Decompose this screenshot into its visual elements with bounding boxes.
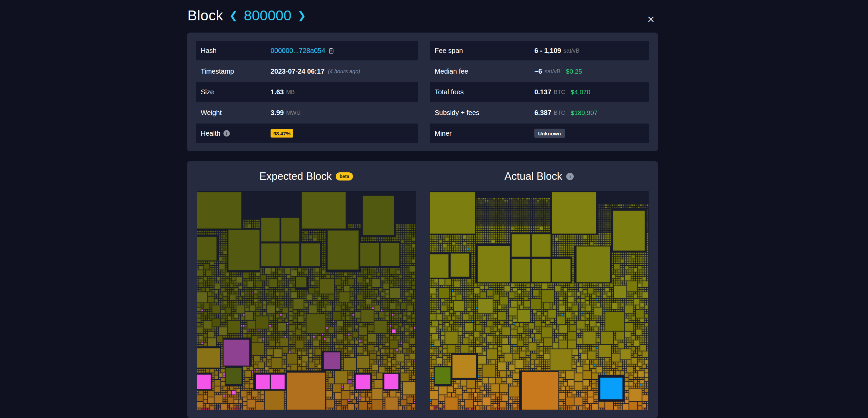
median-fee-label: Median fee <box>435 68 468 75</box>
details-table-left: Hash 000000...728a054 Timestamp 2023-07-… <box>196 41 418 144</box>
health-label: Health <box>201 130 220 137</box>
miner-label: Miner <box>435 130 452 137</box>
weight-value: 3.99 <box>271 109 284 117</box>
block-title: Block <box>188 7 223 24</box>
table-row: Miner Unknown <box>430 124 649 143</box>
table-row: Weight 3.99 MWU <box>196 103 418 122</box>
table-row: Timestamp 2023-07-24 06:17 (4 hours ago) <box>196 61 418 81</box>
subsidy-fees-value: 6.387 <box>534 109 551 117</box>
timestamp-relative: (4 hours ago) <box>328 68 360 74</box>
timestamp-value: 2023-07-24 06:17 <box>271 68 324 75</box>
size-value: 1.63 <box>271 88 284 96</box>
weight-unit: MWU <box>286 109 300 116</box>
total-fees-label: Total fees <box>435 88 464 96</box>
subsidy-fees-label: Subsidy + fees <box>435 109 479 117</box>
table-row: Health i 98.47% <box>196 124 418 143</box>
copy-icon[interactable] <box>329 48 334 54</box>
subsidy-fees-unit: BTC <box>554 109 565 116</box>
close-icon[interactable]: ✕ <box>647 15 655 24</box>
median-fee-usd: $0.25 <box>566 68 582 75</box>
actual-block-title: Actual Block <box>505 170 563 183</box>
total-fees-unit: BTC <box>554 89 565 95</box>
fee-span-unit: sat/vB <box>564 47 579 54</box>
median-fee-value: ~6 <box>534 68 542 75</box>
table-row: Fee span 6 - 1,109 sat/vB <box>430 41 649 60</box>
hash-label: Hash <box>201 47 217 55</box>
expected-block-title: Expected Block <box>259 170 332 183</box>
table-row: Size 1.63 MB <box>196 82 418 102</box>
beta-badge: beta <box>336 172 353 180</box>
total-fees-value: 0.137 <box>534 88 551 96</box>
miner-badge[interactable]: Unknown <box>534 129 565 138</box>
total-fees-usd: $4,070 <box>571 88 590 96</box>
fee-span-label: Fee span <box>435 47 463 55</box>
page-title: Block ❮ 800000 ❯ <box>188 7 307 24</box>
health-badge: 98.47% <box>271 129 293 138</box>
block-page: Block ❮ 800000 ❯ ✕ Hash 000000...728a054… <box>0 0 868 418</box>
subsidy-fees-usd: $189,907 <box>571 109 597 116</box>
actual-block-info-icon[interactable]: i <box>566 173 574 180</box>
table-row: Subsidy + fees 6.387 BTC $189,907 <box>430 103 649 122</box>
table-row: Hash 000000...728a054 <box>196 41 418 60</box>
median-fee-unit: sat/vB <box>545 68 560 75</box>
block-visualization-panel: Expected Block beta Actual Block i <box>187 161 658 418</box>
table-row: Median fee ~6 sat/vB $0.25 <box>430 61 649 81</box>
next-block-button[interactable]: ❯ <box>297 9 307 22</box>
details-table-right: Fee span 6 - 1,109 sat/vB Median fee ~6 … <box>430 41 649 144</box>
fee-span-value: 6 - 1,109 <box>534 47 561 55</box>
size-label: Size <box>201 88 214 96</box>
timestamp-label: Timestamp <box>201 68 234 75</box>
health-info-icon[interactable]: i <box>223 130 230 137</box>
block-details-panel: Hash 000000...728a054 Timestamp 2023-07-… <box>187 33 658 151</box>
table-row: Total fees 0.137 BTC $4,070 <box>430 82 649 102</box>
actual-block-header: Actual Block i <box>430 170 649 183</box>
previous-block-button[interactable]: ❮ <box>229 9 238 22</box>
actual-block-treemap[interactable] <box>430 191 649 410</box>
weight-label: Weight <box>201 109 222 117</box>
size-unit: MB <box>286 89 295 95</box>
block-number[interactable]: 800000 <box>244 7 291 24</box>
hash-link[interactable]: 000000...728a054 <box>271 47 325 55</box>
expected-block-header: Expected Block beta <box>197 170 416 183</box>
expected-block-treemap[interactable] <box>197 191 416 410</box>
